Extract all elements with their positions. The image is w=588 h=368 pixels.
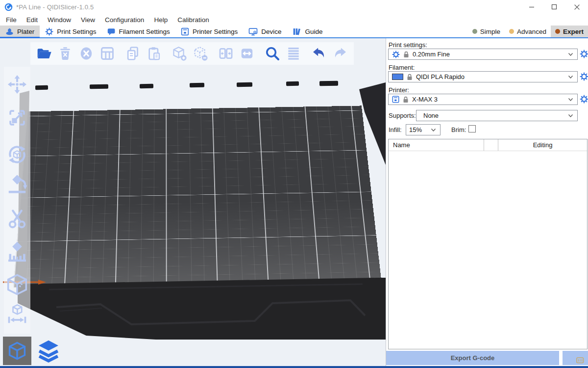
cut-icon[interactable] [6, 209, 28, 230]
printer-label: Printer: [389, 86, 409, 94]
mode-expert[interactable]: Expert [551, 26, 588, 37]
printer-value: X-MAX 3 [412, 96, 564, 103]
tab-plater[interactable]: Plater [0, 26, 40, 37]
column-name: Name [389, 141, 484, 149]
preview-view-button[interactable] [35, 337, 62, 365]
mode-advanced[interactable]: Advanced [505, 26, 551, 37]
printer-combo[interactable]: X-MAX 3 [388, 94, 578, 105]
menu-help[interactable]: Help [152, 15, 169, 25]
move-icon[interactable] [6, 74, 28, 95]
arrange-icon[interactable] [99, 46, 115, 61]
column-editing: Editing [498, 141, 587, 149]
export-gcode-sd-button[interactable] [563, 351, 588, 365]
main-tab-bar: Plater Print Settings Filament Settings … [0, 26, 588, 38]
delete-all-icon[interactable] [78, 46, 94, 61]
export-gcode-button[interactable]: Export G-code [386, 351, 559, 365]
filament-color-swatch [392, 74, 403, 80]
tab-device[interactable]: Device [243, 26, 287, 37]
filament-gear-button[interactable] [580, 72, 588, 81]
menu-calibration[interactable]: Calibration [176, 15, 211, 25]
delete-icon[interactable] [57, 46, 73, 61]
supports-combo[interactable]: None [416, 110, 578, 121]
menu-configuration[interactable]: Configuration [103, 15, 146, 25]
chevron-down-icon [568, 53, 573, 56]
close-icon [574, 4, 580, 10]
menu-view[interactable]: View [79, 15, 97, 25]
printer-icon [181, 27, 189, 36]
lock-icon [403, 51, 409, 58]
tab-print-settings[interactable]: Print Settings [40, 26, 101, 37]
print-settings-gear-button[interactable] [580, 50, 588, 58]
supports-value: None [423, 112, 564, 119]
printer-gear-button[interactable] [580, 95, 588, 104]
gear-icon [580, 72, 588, 81]
app-logo-icon [4, 3, 13, 11]
chevron-down-icon [568, 114, 573, 118]
menu-bar: File Edit Window View Configuration Help… [0, 14, 588, 26]
tab-label: Printer Settings [193, 28, 238, 35]
mode-label: Expert [563, 28, 584, 35]
add-instance-icon[interactable] [172, 46, 187, 61]
advanced-mode-dot-icon [509, 29, 514, 34]
tab-filament-settings[interactable]: Filament Settings [102, 26, 175, 37]
3d-editor-view-button[interactable] [3, 337, 31, 365]
redo-icon[interactable] [332, 46, 348, 61]
menu-file[interactable]: File [4, 15, 18, 25]
split-to-parts-icon[interactable] [239, 46, 255, 61]
menu-edit[interactable]: Edit [25, 15, 39, 25]
print-settings-combo[interactable]: 0.20mm Fine [388, 49, 578, 60]
mode-simple[interactable]: Simple [468, 26, 505, 37]
gear-icon [392, 51, 400, 58]
measure-icon[interactable] [6, 303, 28, 325]
object-list[interactable]: Name Editing [388, 139, 588, 349]
object-list-header: Name Editing [389, 139, 587, 151]
remove-instance-icon[interactable] [193, 46, 208, 61]
filament-icon [107, 27, 116, 36]
scale-icon[interactable] [6, 107, 28, 129]
undo-icon[interactable] [311, 46, 327, 61]
open-project-icon[interactable] [36, 46, 52, 61]
filament-combo[interactable]: QIDI PLA Rapido [388, 71, 578, 82]
print-settings-label: Print settings: [389, 41, 427, 49]
close-button[interactable] [565, 0, 588, 14]
export-row: Export G-code [386, 351, 588, 365]
tab-label: Guide [305, 28, 322, 35]
3d-viewport[interactable] [0, 38, 386, 368]
tab-bar-spacer [328, 26, 467, 37]
search-icon[interactable] [265, 46, 280, 61]
maximize-icon [551, 4, 557, 10]
rotate-icon[interactable] [6, 144, 28, 165]
tab-guide[interactable]: Guide [287, 26, 328, 37]
gear-icon [580, 50, 588, 58]
print-settings-value: 0.20mm Fine [413, 51, 564, 58]
sd-card-icon [576, 357, 584, 364]
infill-combo[interactable]: 15% [406, 124, 441, 135]
variable-layer-height-icon[interactable] [286, 46, 301, 61]
right-sidebar: Print settings: 0.20mm Fine Filament: QI… [386, 38, 588, 368]
lock-icon [403, 96, 409, 103]
copy-icon[interactable] [125, 46, 141, 61]
paste-icon[interactable] [146, 46, 162, 61]
tab-printer-settings[interactable]: Printer Settings [175, 26, 243, 37]
seam-painting-icon[interactable] [5, 272, 29, 297]
tab-label: Filament Settings [119, 28, 170, 35]
filament-value: QIDI PLA Rapido [416, 73, 564, 80]
chevron-down-icon [431, 128, 436, 132]
printer-body [0, 38, 386, 368]
split-to-objects-icon[interactable] [218, 46, 234, 61]
tab-label: Device [261, 28, 281, 35]
plater-icon [5, 27, 14, 36]
maximize-button[interactable] [543, 0, 565, 14]
gear-icon [580, 95, 588, 104]
preview-layers-icon [37, 339, 60, 363]
infill-label: Infill: [389, 126, 402, 133]
menu-window[interactable]: Window [46, 15, 73, 25]
gear-icon [45, 27, 53, 36]
brim-checkbox[interactable] [468, 125, 476, 132]
expert-mode-dot-icon [555, 29, 560, 34]
minimize-button[interactable] [520, 0, 543, 14]
place-on-face-icon[interactable] [6, 174, 28, 195]
paint-supports-icon[interactable] [6, 242, 28, 263]
lock-icon [407, 74, 413, 80]
brim-label: Brim: [451, 126, 466, 133]
